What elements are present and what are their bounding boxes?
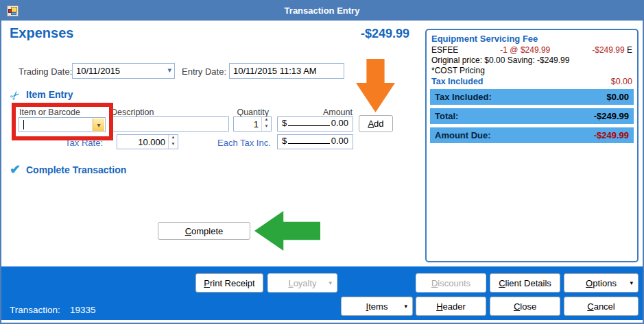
loyalty-button[interactable]: Loyalty ▾ bbox=[267, 273, 337, 292]
discounts-label: Discounts bbox=[431, 278, 470, 288]
window-title: Transaction Entry bbox=[1, 5, 643, 16]
summary-row-amount-due: Amount Due: -$249.99 bbox=[430, 127, 634, 143]
add-button-label: Add bbox=[368, 119, 383, 129]
receipt-item-name: Equipment Servicing Fee bbox=[430, 33, 634, 45]
trading-date-value: 10/11/2015 bbox=[76, 66, 120, 76]
transaction-number-label: Transaction: bbox=[10, 305, 60, 315]
client-details-button[interactable]: Client Details bbox=[490, 273, 560, 292]
receipt-tax-value: $0.00 bbox=[611, 77, 632, 86]
each-tax-currency-symbol: $ bbox=[282, 136, 287, 146]
spinner-up-icon[interactable]: ▲ bbox=[262, 117, 271, 124]
receipt-pricing-note: *COST Pricing bbox=[430, 66, 634, 76]
spinner-down-icon[interactable]: ▼ bbox=[262, 124, 271, 131]
print-receipt-button[interactable]: Print Receipt bbox=[195, 273, 263, 292]
quantity-label: Quantity bbox=[229, 108, 269, 117]
item-entry-scissors-icon: ✂ bbox=[7, 87, 24, 104]
entry-date-field[interactable]: 10/11/2015 11:13 AM bbox=[229, 63, 344, 79]
chevron-down-icon: ▾ bbox=[329, 279, 332, 286]
quantity-stepper[interactable]: 1 ▲ ▼ bbox=[233, 116, 272, 132]
receipt-item-total-wrap: -$249.99 E bbox=[592, 45, 632, 55]
chevron-down-icon[interactable]: ▾ bbox=[167, 66, 171, 75]
highlight-red-box-annotation bbox=[12, 103, 113, 140]
close-button[interactable]: Close bbox=[490, 297, 560, 316]
summary-value: -$249.99 bbox=[594, 111, 629, 121]
amount-currency-symbol: $ bbox=[282, 118, 287, 128]
amount-underline bbox=[288, 125, 329, 126]
header-label: Header bbox=[436, 301, 466, 312]
receipt-tax-line: Tax Included $0.00 bbox=[430, 76, 634, 89]
amount-input[interactable]: $ 0.00 bbox=[277, 116, 353, 132]
discounts-button[interactable]: Discounts bbox=[416, 273, 486, 292]
entry-date-value: 10/11/2015 11:13 AM bbox=[233, 66, 317, 76]
tax-rate-spinner[interactable]: ▲ ▼ bbox=[168, 135, 178, 149]
summary-row-total: Total: -$249.99 bbox=[430, 108, 634, 124]
summary-label: Tax Included: bbox=[435, 92, 492, 102]
spinner-up-icon[interactable]: ▲ bbox=[169, 135, 178, 142]
title-bar: Transaction Entry bbox=[1, 1, 643, 21]
receipt-item-total: -$249.99 bbox=[592, 45, 624, 55]
summary-label: Total: bbox=[435, 111, 458, 121]
transaction-number-value: 19335 bbox=[70, 305, 96, 315]
tax-rate-stepper[interactable]: 10.000 ▲ ▼ bbox=[117, 134, 178, 149]
cancel-label: Cancel bbox=[587, 301, 615, 312]
green-left-arrow-annotation bbox=[254, 211, 320, 251]
items-label: Items bbox=[366, 301, 388, 312]
receipt-summary-panel: Equipment Servicing Fee ESFEE -1 @ $249.… bbox=[425, 29, 639, 262]
quantity-spinner[interactable]: ▲ ▼ bbox=[261, 117, 271, 131]
cancel-button[interactable]: Cancel bbox=[564, 297, 639, 316]
amount-label: Amount bbox=[311, 108, 353, 117]
client-details-label: Client Details bbox=[499, 278, 551, 288]
receipt-item-qty-price: -1 @ $249.99 bbox=[500, 45, 550, 55]
item-entry-section-title: Item Entry bbox=[26, 89, 73, 100]
items-button[interactable]: Items ▾ bbox=[341, 297, 413, 316]
tax-rate-value: 10.000 bbox=[138, 137, 165, 147]
complete-checkmark-icon: ✔ bbox=[10, 162, 21, 177]
summary-row-tax-included: Tax Included: $0.00 bbox=[430, 89, 634, 105]
loyalty-label: Loyalty bbox=[288, 278, 316, 288]
spinner-down-icon[interactable]: ▼ bbox=[169, 142, 178, 149]
trading-date-combobox[interactable]: 10/11/2015 ▾ bbox=[72, 63, 175, 79]
chevron-down-icon: ▾ bbox=[630, 279, 633, 286]
summary-value: -$249.99 bbox=[594, 130, 629, 140]
receipt-item-code: ESFEE bbox=[431, 45, 458, 55]
complete-button[interactable]: Complete bbox=[158, 222, 250, 240]
transaction-total-display: -$249.99 bbox=[320, 27, 409, 41]
chevron-down-icon: ▾ bbox=[404, 303, 407, 310]
receipt-item-flag: E bbox=[625, 45, 632, 55]
options-label: Options bbox=[586, 278, 617, 288]
add-button[interactable]: Add bbox=[359, 115, 393, 132]
summary-value: $0.00 bbox=[606, 92, 629, 102]
description-input[interactable] bbox=[111, 116, 229, 132]
close-label: Close bbox=[514, 301, 536, 312]
print-receipt-label: Print Receipt bbox=[204, 278, 254, 288]
transaction-entry-window: Transaction Entry Expenses -$249.99 Trad… bbox=[0, 0, 644, 324]
summary-label: Amount Due: bbox=[435, 130, 491, 140]
header-button[interactable]: Header bbox=[416, 297, 486, 316]
receipt-tax-label: Tax Included bbox=[431, 77, 483, 86]
each-tax-value: 0.00 bbox=[331, 136, 348, 146]
quantity-value: 1 bbox=[254, 119, 259, 129]
page-title: Expenses bbox=[10, 25, 73, 41]
each-tax-amount-input[interactable]: $ 0.00 bbox=[277, 134, 353, 149]
options-button[interactable]: Options ▾ bbox=[564, 273, 639, 292]
amount-value: 0.00 bbox=[331, 118, 348, 128]
each-tax-underline bbox=[288, 143, 329, 144]
description-label: Description bbox=[111, 108, 154, 117]
entry-date-label: Entry Date: bbox=[182, 66, 226, 77]
complete-button-label: Complete bbox=[185, 226, 224, 236]
complete-transaction-section-title: Complete Transaction bbox=[26, 164, 126, 175]
receipt-original-price-line: Original price: $0.00 Saving: -$249.99 bbox=[430, 55, 634, 66]
receipt-item-row: ESFEE -1 @ $249.99 -$249.99 E bbox=[430, 45, 634, 55]
each-tax-inc-label: Each Tax Inc. bbox=[217, 138, 271, 148]
orange-down-arrow-annotation bbox=[356, 59, 395, 112]
trading-date-label: Trading Date: bbox=[19, 66, 72, 77]
